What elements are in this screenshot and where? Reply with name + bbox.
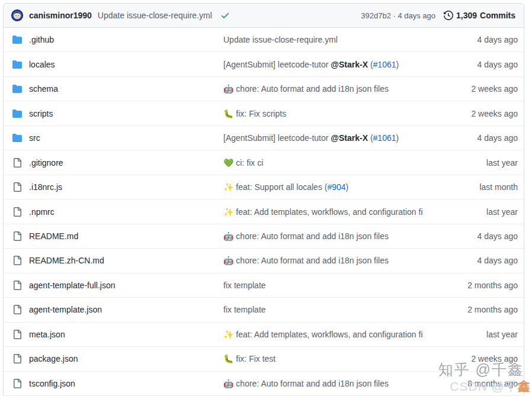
header-right: 392d7b2 · 4 days ago 1,309 Commits xyxy=(361,11,515,20)
file-name-link[interactable]: scripts xyxy=(29,109,217,118)
history-icon xyxy=(444,11,453,20)
file-browser: canisminor1990 Update issue-close-requir… xyxy=(3,3,524,396)
folder-icon xyxy=(11,84,23,94)
commit-message: [AgentSubmit] leetcode-tutor @Stark-X (#… xyxy=(223,133,423,143)
commit-message: 🤖 chore: Auto format and add i18n json f… xyxy=(223,379,423,388)
file-name-link[interactable]: .github xyxy=(29,35,217,44)
commit-message: 💚 ci: fix ci xyxy=(223,158,423,168)
table-row[interactable]: package.json 🐛 fix: Fix test 2 weeks ago xyxy=(4,347,524,371)
commit-sha-and-time[interactable]: 392d7b2 · 4 days ago xyxy=(361,11,435,20)
table-row[interactable]: .i18nrc.js ✨ feat: Support all locales (… xyxy=(4,175,524,199)
commit-date: 2 months ago xyxy=(429,305,518,314)
commit-message: Update issue-close-require.yml xyxy=(223,35,423,44)
file-name-link[interactable]: .gitignore xyxy=(29,158,217,168)
commit-message: 🐛 fix: Fix scripts xyxy=(223,109,423,118)
file-name-link[interactable]: agent-template-full.json xyxy=(29,281,217,290)
folder-icon xyxy=(11,60,23,69)
commits-count: 1,309 xyxy=(456,11,477,20)
commit-date: 4 days ago xyxy=(429,256,518,265)
commits-count-link[interactable]: 1,309 Commits xyxy=(444,11,515,20)
table-row[interactable]: README.zh-CN.md 🤖 chore: Auto format and… xyxy=(4,249,524,273)
commit-message: 🤖 chore: Auto format and add i18n json f… xyxy=(223,231,423,241)
file-name-link[interactable]: .i18nrc.js xyxy=(29,182,217,192)
folder-icon xyxy=(11,35,23,44)
commit-date: last year xyxy=(429,158,518,168)
file-icon xyxy=(11,158,23,168)
file-icon xyxy=(11,305,23,314)
file-name-link[interactable]: tsconfig.json xyxy=(29,379,217,388)
file-name-link[interactable]: locales xyxy=(29,60,217,69)
commits-label: Commits xyxy=(480,11,515,20)
file-icon xyxy=(11,354,23,363)
commit-date: 2 weeks ago xyxy=(429,84,518,94)
file-name-link[interactable]: README.zh-CN.md xyxy=(29,256,217,265)
table-row[interactable]: src [AgentSubmit] leetcode-tutor @Stark-… xyxy=(4,126,524,150)
avatar-image xyxy=(11,9,23,21)
file-icon xyxy=(11,281,23,290)
commit-date: last year xyxy=(429,207,518,217)
mention: @Stark-X xyxy=(331,133,368,143)
commit-message: [AgentSubmit] leetcode-tutor @Stark-X (#… xyxy=(223,60,423,69)
file-icon xyxy=(11,231,23,241)
file-icon xyxy=(11,379,23,388)
file-icon xyxy=(11,256,23,265)
commit-message: ✨ feat: Add templates, workflows, and co… xyxy=(223,207,423,217)
commit-message: fix template xyxy=(223,281,423,290)
table-row[interactable]: agent-template-full.json fix template 2 … xyxy=(4,273,524,298)
file-icon xyxy=(11,330,23,339)
commit-date: last month xyxy=(429,182,518,192)
commit-date: 2 weeks ago xyxy=(429,109,518,118)
file-name-link[interactable]: meta.json xyxy=(29,330,217,339)
file-name-link[interactable]: src xyxy=(29,133,217,143)
table-row[interactable]: tsconfig.json 🤖 chore: Auto format and a… xyxy=(4,372,524,396)
commit-message: 🐛 fix: Fix test xyxy=(223,354,423,363)
commit-date: 4 days ago xyxy=(429,133,518,143)
file-name-link[interactable]: README.md xyxy=(29,231,217,241)
commit-date: 4 days ago xyxy=(429,35,518,44)
commit-date: 2 months ago xyxy=(429,281,518,290)
commit-date: 2 weeks ago xyxy=(429,354,518,363)
file-list: .github Update issue-close-require.yml 4… xyxy=(4,28,524,396)
check-status-icon[interactable] xyxy=(220,11,230,20)
folder-icon xyxy=(11,133,23,143)
file-name-link[interactable]: package.json xyxy=(29,354,217,363)
latest-commit-message[interactable]: Update issue-close-require.yml xyxy=(98,11,212,20)
commit-message: 🤖 chore: Auto format and add i18n json f… xyxy=(223,84,423,94)
file-icon xyxy=(11,207,23,217)
commit-date: last year xyxy=(429,330,518,339)
mention: @Stark-X xyxy=(331,60,368,69)
folder-icon xyxy=(11,109,23,118)
pr-link[interactable]: #1061 xyxy=(373,60,396,69)
table-row[interactable]: README.md 🤖 chore: Auto format and add i… xyxy=(4,224,524,249)
latest-commit-header: canisminor1990 Update issue-close-requir… xyxy=(4,4,524,28)
table-row[interactable]: .github Update issue-close-require.yml 4… xyxy=(4,28,524,52)
table-row[interactable]: agent-template.json fix template 2 month… xyxy=(4,298,524,322)
file-icon xyxy=(11,182,23,192)
commit-message: ✨ feat: Support all locales (#904) xyxy=(223,182,423,192)
table-row[interactable]: schema 🤖 chore: Auto format and add i18n… xyxy=(4,77,524,101)
pr-link[interactable]: #1061 xyxy=(373,133,396,143)
table-row[interactable]: .gitignore 💚 ci: fix ci last year xyxy=(4,150,524,175)
table-row[interactable]: meta.json ✨ feat: Add templates, workflo… xyxy=(4,323,524,347)
file-name-link[interactable]: .npmrc xyxy=(29,207,217,217)
user-avatar[interactable] xyxy=(11,9,23,21)
commit-message: ✨ feat: Add templates, workflows, and co… xyxy=(223,330,423,339)
table-row[interactable]: locales [AgentSubmit] leetcode-tutor @St… xyxy=(4,52,524,76)
commit-date: 8 months ago xyxy=(429,379,518,388)
commit-author[interactable]: canisminor1990 xyxy=(29,11,92,20)
commit-date: 4 days ago xyxy=(429,60,518,69)
file-name-link[interactable]: agent-template.json xyxy=(29,305,217,314)
table-row[interactable]: .npmrc ✨ feat: Add templates, workflows,… xyxy=(4,199,524,224)
commit-date: 4 days ago xyxy=(429,231,518,241)
pr-link[interactable]: #904 xyxy=(327,182,345,192)
table-row[interactable]: scripts 🐛 fix: Fix scripts 2 weeks ago xyxy=(4,101,524,125)
commit-message: 🤖 chore: Auto format and add i18n json f… xyxy=(223,256,423,265)
commit-message: fix template xyxy=(223,305,423,314)
file-name-link[interactable]: schema xyxy=(29,84,217,94)
